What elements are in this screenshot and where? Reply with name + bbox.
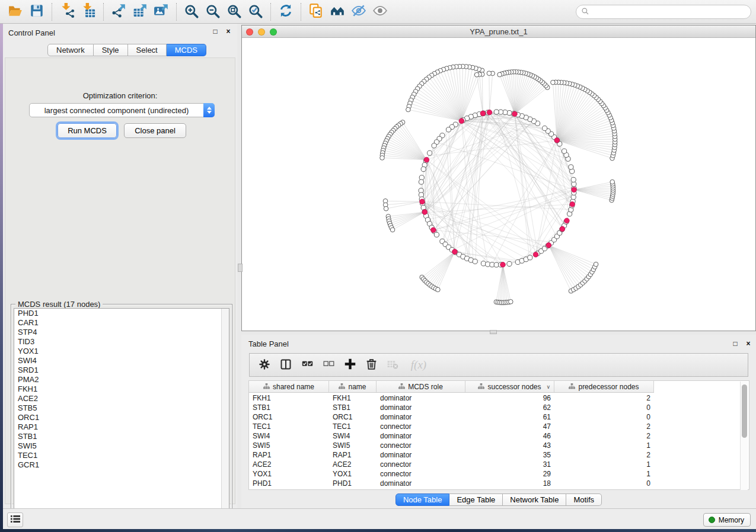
zoom-in-button[interactable] xyxy=(181,2,202,22)
mcds-result-item[interactable]: ACE2 xyxy=(14,394,229,403)
settings-gear-button[interactable] xyxy=(256,356,273,374)
panel-menu-button[interactable] xyxy=(7,512,23,527)
table-panel-title: Table Panel xyxy=(248,339,289,348)
mcds-result-item[interactable]: YOX1 xyxy=(14,347,229,356)
export-table-button[interactable] xyxy=(129,2,151,22)
table-row[interactable]: FKH1FKH1dominator962 xyxy=(249,393,749,403)
table-row[interactable]: ORC1ORC1dominator610 xyxy=(249,412,749,422)
save-session-button[interactable] xyxy=(26,2,47,22)
cell-successor-nodes: 43 xyxy=(465,441,554,450)
close-panel-button[interactable]: Close panel xyxy=(124,123,186,138)
open-file-button[interactable] xyxy=(5,2,26,22)
select-all-button[interactable] xyxy=(298,356,316,374)
mcds-result-item[interactable]: SRD1 xyxy=(14,366,229,375)
cell-name: TEC1 xyxy=(329,422,377,431)
table-panel-float-button[interactable]: □ xyxy=(731,339,739,348)
mcds-result-item[interactable]: SWI4 xyxy=(14,356,229,366)
network-view-window: YPA_prune.txt_1 xyxy=(241,25,756,331)
column-header-shared-name[interactable]: shared name xyxy=(249,381,329,392)
clone-network-button[interactable] xyxy=(305,2,327,22)
toolbar-separator xyxy=(103,3,104,21)
cell-successor-nodes: 62 xyxy=(465,403,554,412)
zoom-out-button[interactable] xyxy=(202,2,224,22)
import-table-button[interactable] xyxy=(78,2,99,22)
search-input[interactable] xyxy=(592,8,751,16)
table-scrollbar[interactable] xyxy=(740,382,748,490)
mcds-result-item[interactable]: TID3 xyxy=(14,337,229,347)
control-panel-close-button[interactable]: × xyxy=(224,27,232,36)
cell-successor-nodes: 47 xyxy=(465,422,554,431)
mcds-result-item[interactable]: CAR1 xyxy=(14,318,229,328)
show-all-button[interactable] xyxy=(369,2,391,22)
tab-network[interactable]: Network xyxy=(47,44,94,56)
vertical-splitter-handle[interactable] xyxy=(238,264,243,272)
zoom-fit-button[interactable] xyxy=(224,2,245,22)
mcds-result-item[interactable]: GCR1 xyxy=(14,460,229,470)
cell-predecessor-nodes: 2 xyxy=(554,450,654,460)
cell-name: FKH1 xyxy=(329,393,377,403)
delete-row-button[interactable] xyxy=(362,356,380,374)
column-header-MCDS-role[interactable]: MCDS role xyxy=(377,381,465,392)
tab-node-table[interactable]: Node Table xyxy=(395,493,450,506)
table-row[interactable]: YOX1YOX1connector291 xyxy=(249,469,749,479)
mcds-list-scrollbar[interactable] xyxy=(221,309,229,518)
mcds-result-item[interactable]: SWI5 xyxy=(14,441,229,451)
column-header-predecessor-nodes[interactable]: predecessor nodes xyxy=(554,381,654,392)
mcds-result-item[interactable]: STB5 xyxy=(14,403,229,413)
first-neighbors-button[interactable] xyxy=(327,2,348,22)
mcds-result-item[interactable]: ORC1 xyxy=(14,413,229,422)
deselect-all-button[interactable] xyxy=(320,356,337,374)
tab-mcds[interactable]: MCDS xyxy=(167,44,206,56)
network-canvas[interactable] xyxy=(242,38,755,331)
table-scrollbar-thumb[interactable] xyxy=(742,384,747,438)
hide-selected-button[interactable] xyxy=(348,2,369,22)
column-header-name[interactable]: name xyxy=(329,381,377,392)
window-close-button[interactable] xyxy=(246,28,253,36)
tab-style[interactable]: Style xyxy=(94,44,128,56)
mcds-result-item[interactable]: TEC1 xyxy=(14,451,229,460)
network-graph[interactable] xyxy=(242,38,755,331)
cell-successor-nodes: 18 xyxy=(465,479,554,488)
mcds-result-item[interactable]: STB1 xyxy=(14,432,229,441)
tab-edge-table[interactable]: Edge Table xyxy=(449,493,503,506)
tab-motifs[interactable]: Motifs xyxy=(566,493,602,506)
sort-descending-icon: ∨ xyxy=(546,384,550,390)
table-row[interactable]: SWI5SWI5connector431 xyxy=(249,441,749,450)
table-row[interactable]: ACE2ACE2connector311 xyxy=(249,460,749,469)
tab-network-table[interactable]: Network Table xyxy=(503,493,566,506)
table-row[interactable]: TEC1TEC1connector472 xyxy=(249,422,749,431)
mcds-result-item[interactable]: PMA2 xyxy=(14,375,229,384)
export-network-button[interactable] xyxy=(108,2,129,22)
control-panel-float-button[interactable]: □ xyxy=(211,27,219,36)
add-row-button[interactable] xyxy=(341,356,359,374)
network-window-titlebar[interactable]: YPA_prune.txt_1 xyxy=(242,25,755,38)
memory-button[interactable]: Memory xyxy=(703,513,751,527)
table-row[interactable]: SWI4SWI4dominator462 xyxy=(249,431,749,441)
node-table: shared namenameMCDS rolesuccessor nodes∨… xyxy=(248,380,749,490)
export-image-icon xyxy=(154,3,169,20)
refresh-view-button[interactable] xyxy=(275,2,296,22)
first-neighbors-icon xyxy=(330,3,345,20)
horizontal-splitter-handle[interactable] xyxy=(490,330,497,334)
mcds-result-item[interactable]: FKH1 xyxy=(14,384,229,394)
column-header-successor-nodes[interactable]: successor nodes∨ xyxy=(465,381,554,392)
table-row[interactable]: STB1STB1dominator620 xyxy=(249,403,749,412)
table-row[interactable]: PHD1PHD1dominator180 xyxy=(249,479,749,488)
mcds-result-item[interactable]: STP4 xyxy=(14,328,229,337)
tab-select[interactable]: Select xyxy=(128,44,167,56)
table-panel-close-button[interactable]: × xyxy=(744,339,752,348)
window-minimize-button[interactable] xyxy=(258,28,265,36)
optimization-criterion-select[interactable]: largest connected component (undirected) xyxy=(29,103,215,117)
run-mcds-button[interactable]: Run MCDS xyxy=(58,123,117,138)
table-row[interactable]: RAP1RAP1dominator352 xyxy=(249,450,749,460)
window-maximize-button[interactable] xyxy=(270,28,277,36)
export-image-button[interactable] xyxy=(151,2,172,22)
import-network-button[interactable] xyxy=(56,2,78,22)
mcds-result-item[interactable]: RAP1 xyxy=(14,422,229,432)
mcds-result-list[interactable]: PHD1CAR1STP4TID3YOX1SWI4SRD1PMA2FKH1ACE2… xyxy=(14,308,229,519)
zoom-selected-button[interactable] xyxy=(245,2,266,22)
cell-predecessor-nodes: 1 xyxy=(554,441,654,450)
mcds-result-item[interactable]: PHD1 xyxy=(14,309,229,318)
show-columns-button[interactable] xyxy=(277,356,295,374)
search-field[interactable] xyxy=(576,5,751,19)
